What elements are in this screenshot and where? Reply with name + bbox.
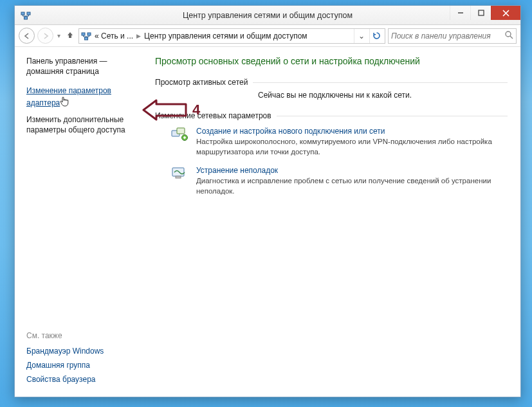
main-panel: Просмотр основных сведений о сети и наст… (143, 47, 520, 397)
svg-rect-4 (479, 10, 484, 15)
breadcrumb-segment[interactable]: Центр управления сетями и общим доступом (143, 32, 309, 41)
close-button[interactable] (491, 6, 520, 20)
maximize-button[interactable] (470, 6, 491, 20)
history-dropdown-icon[interactable]: ▾ (56, 32, 62, 39)
address-bar[interactable]: « Сеть и ... ▶ Центр управления сетями и… (78, 28, 385, 44)
svg-rect-6 (87, 33, 91, 35)
search-input[interactable] (391, 32, 505, 41)
svg-rect-14 (176, 176, 181, 178)
svg-rect-5 (82, 33, 85, 35)
not-connected-message: Сейчас вы не подключены ни к какой сети. (258, 91, 508, 100)
setup-connection-desc: Настройка широкополосного, коммутируемог… (196, 137, 508, 157)
up-button[interactable] (64, 30, 76, 41)
svg-rect-1 (27, 12, 30, 15)
sidebar-link-homegroup[interactable]: Домашняя группа (26, 361, 136, 370)
svg-rect-11 (177, 128, 185, 134)
setup-connection-item[interactable]: Создание и настройка нового подключения … (170, 127, 508, 157)
back-button[interactable] (19, 28, 35, 44)
svg-rect-0 (21, 12, 24, 15)
search-icon[interactable] (505, 31, 513, 41)
network-center-icon (80, 30, 92, 42)
control-panel-window: Центр управления сетями и общим доступом… (14, 5, 521, 397)
troubleshoot-desc: Диагностика и исправление проблем с сеть… (196, 176, 508, 196)
troubleshoot-title[interactable]: Устранение неполадок (196, 166, 508, 175)
sidebar-link-firewall[interactable]: Брандмауэр Windows (26, 347, 136, 356)
titlebar: Центр управления сетями и общим доступом (15, 6, 520, 25)
sidebar: Панель управления — домашняя страница Из… (15, 47, 143, 397)
sidebar-link-sharing-settings[interactable]: Изменить дополнительные параметры общего… (26, 114, 136, 135)
refresh-button[interactable] (369, 29, 383, 43)
cursor-hand-icon (60, 96, 69, 108)
setup-connection-title[interactable]: Создание и настройка нового подключения … (196, 127, 508, 136)
svg-rect-7 (85, 37, 88, 40)
svg-point-8 (506, 32, 511, 37)
content-area: Панель управления — домашняя страница Из… (15, 47, 520, 397)
sidebar-link-adapter-settings[interactable]: Изменение параметров адаптера (26, 86, 136, 107)
change-settings-label: Изменение сетевых параметров (155, 111, 271, 120)
svg-rect-2 (24, 17, 28, 19)
divider (277, 116, 508, 116)
active-networks-label: Просмотр активных сетей (155, 78, 248, 87)
network-center-icon (20, 10, 32, 21)
divider (253, 82, 508, 83)
chevron-right-icon[interactable]: ▶ (136, 33, 142, 39)
svg-line-9 (510, 36, 513, 39)
sidebar-link-browser[interactable]: Свойства браузера (26, 375, 136, 384)
nav-toolbar: ▾ « Сеть и ... ▶ Центр управления сетями… (15, 25, 520, 47)
setup-connection-icon (170, 127, 188, 142)
forward-button[interactable] (37, 28, 53, 44)
page-heading: Просмотр основных сведений о сети и наст… (155, 56, 508, 66)
breadcrumb-segment[interactable]: « Сеть и ... (93, 32, 134, 41)
troubleshoot-item[interactable]: Устранение неполадок Диагностика и испра… (170, 166, 508, 196)
window-title: Центр управления сетями и общим доступом (15, 11, 520, 20)
search-box[interactable] (388, 28, 517, 44)
troubleshoot-icon (170, 166, 188, 181)
minimize-button[interactable] (450, 6, 470, 20)
see-also-label: См. также (26, 331, 136, 340)
address-dropdown-icon[interactable]: ⌄ (354, 29, 368, 43)
sidebar-home-link[interactable]: Панель управления — домашняя страница (26, 56, 136, 77)
